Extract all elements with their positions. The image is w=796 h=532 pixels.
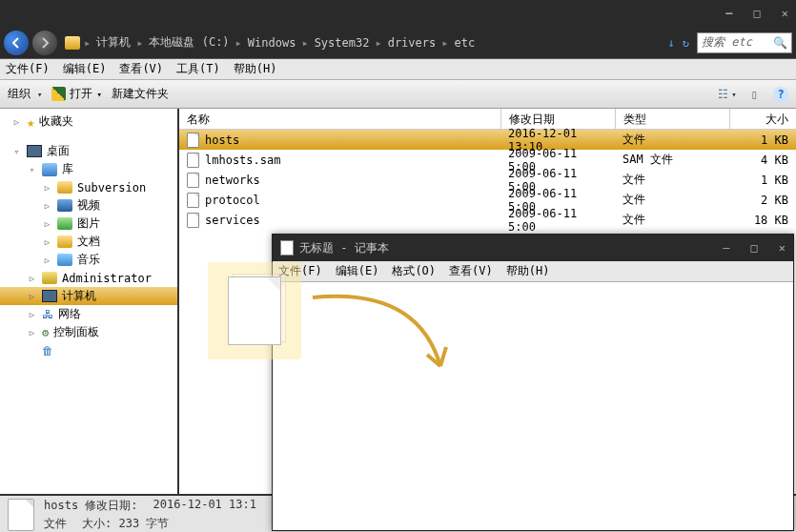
notepad-icon	[280, 240, 294, 256]
file-icon	[187, 173, 199, 188]
file-row-services[interactable]: services 2009-06-11 5:00 文件 18 KB	[179, 210, 796, 230]
chevron-right-icon[interactable]: ▸	[439, 36, 450, 50]
notepad-menubar: 文件(F) 编辑(E) 格式(O) 查看(V) 帮助(H)	[273, 261, 793, 282]
sidebar-item-subversion[interactable]: ▷Subversion	[0, 178, 177, 196]
refresh-icon[interactable]: ↓	[668, 36, 675, 50]
file-size: 4 KB	[729, 152, 796, 169]
crumb-system32[interactable]: System32	[313, 36, 372, 50]
file-row-networks[interactable]: networks 2009-06-11 5:00 文件 1 KB	[179, 170, 796, 190]
view-options-icon[interactable]: ☷	[720, 87, 735, 102]
crumb-etc[interactable]: etc	[452, 36, 477, 50]
collapse-icon[interactable]: ▿	[11, 147, 22, 156]
back-button[interactable]	[4, 31, 29, 55]
shield-icon	[51, 87, 66, 101]
notepad-text-area[interactable]	[273, 282, 793, 530]
crumb-c-drive[interactable]: 本地磁盘 (C:)	[147, 34, 231, 51]
minimize-button[interactable]: —	[725, 7, 732, 20]
forward-button[interactable]	[32, 31, 57, 55]
star-icon: ★	[27, 114, 34, 130]
help-icon[interactable]: ?	[773, 87, 788, 102]
menu-view[interactable]: 查看(V)	[119, 61, 163, 77]
sidebar-item-favorites[interactable]: ▷ ★ 收藏夹	[0, 113, 177, 131]
file-type: SAM 文件	[615, 150, 729, 170]
file-type: 文件	[615, 170, 729, 190]
notepad-menu-edit[interactable]: 编辑(E)	[336, 263, 379, 279]
status-value: 2016-12-01 13:1	[153, 498, 256, 514]
sidebar-label: Subversion	[77, 181, 146, 194]
file-row-hosts[interactable]: hosts 2016-12-01 13:10 文件 1 KB	[179, 130, 796, 150]
notepad-menu-help[interactable]: 帮助(H)	[506, 263, 550, 279]
file-row-protocol[interactable]: protocol 2009-06-11 5:00 文件 2 KB	[179, 190, 796, 210]
search-placeholder: 搜索 etc	[702, 34, 752, 51]
menu-bar: 文件(F) 编辑(E) 查看(V) 工具(T) 帮助(H)	[0, 59, 796, 80]
sidebar-item-recycle[interactable]: 🗑	[0, 341, 177, 359]
menu-file[interactable]: 文件(F)	[6, 61, 50, 77]
organize-button[interactable]: 组织	[8, 86, 42, 102]
sidebar-item-network[interactable]: ▷🖧网络	[0, 305, 177, 323]
crumb-computer[interactable]: 计算机	[94, 34, 133, 51]
sidebar-item-computer[interactable]: ▷计算机	[0, 287, 177, 305]
sidebar-item-music[interactable]: ▷音乐	[0, 251, 177, 269]
sidebar-item-desktop[interactable]: ▿ 桌面	[0, 142, 177, 160]
close-button[interactable]: ✕	[779, 241, 786, 255]
column-size[interactable]: 大小	[729, 109, 796, 129]
file-icon	[187, 213, 199, 228]
sidebar-item-libraries[interactable]: ▿ 库	[0, 160, 177, 178]
breadcrumb[interactable]: ▸ 计算机 ▸ 本地磁盘 (C:) ▸ Windows ▸ System32 ▸…	[61, 32, 664, 53]
file-name: networks	[205, 174, 260, 187]
folder-icon	[65, 36, 80, 50]
search-icon[interactable]: 🔍	[773, 36, 787, 50]
sidebar-item-videos[interactable]: ▷视频	[0, 196, 177, 215]
expand-icon[interactable]: ▷	[11, 117, 22, 127]
minimize-button[interactable]: —	[723, 241, 729, 255]
file-size: 2 KB	[729, 192, 796, 209]
file-name: services	[205, 214, 260, 227]
column-headers[interactable]: 名称 修改日期 类型 大小	[179, 109, 796, 130]
chevron-right-icon[interactable]: ▸	[134, 36, 145, 50]
close-button[interactable]: ✕	[782, 7, 788, 20]
sidebar-item-control-panel[interactable]: ▷⚙控制面板	[0, 323, 177, 341]
sidebar-label: Administrator	[62, 272, 152, 285]
new-folder-button[interactable]: 新建文件夹	[112, 86, 169, 102]
file-row-lmhosts[interactable]: lmhosts.sam 2009-06-11 5:00 SAM 文件 4 KB	[179, 150, 796, 170]
menu-tools[interactable]: 工具(T)	[176, 61, 220, 77]
notepad-title: 无标题 - 记事本	[299, 240, 389, 256]
status-label: 文件	[44, 516, 67, 532]
notepad-menu-view[interactable]: 查看(V)	[449, 263, 493, 279]
sidebar-item-documents[interactable]: ▷文档	[0, 233, 177, 251]
column-type[interactable]: 类型	[615, 109, 729, 129]
menu-edit[interactable]: 编辑(E)	[63, 61, 107, 77]
menu-help[interactable]: 帮助(H)	[234, 61, 277, 77]
notepad-menu-format[interactable]: 格式(O)	[392, 263, 436, 279]
file-icon	[187, 153, 199, 168]
sidebar-label: 桌面	[47, 143, 70, 159]
maximize-button[interactable]: □	[754, 7, 761, 20]
chevron-right-icon[interactable]: ▸	[82, 36, 92, 50]
file-name: lmhosts.sam	[205, 153, 280, 167]
library-icon	[42, 163, 57, 176]
refresh-icon[interactable]: ↻	[683, 36, 689, 50]
maximize-button[interactable]: □	[751, 241, 758, 255]
notepad-titlebar[interactable]: 无标题 - 记事本 — □ ✕	[273, 235, 793, 261]
file-size: 18 KB	[729, 212, 796, 229]
notepad-window[interactable]: 无标题 - 记事本 — □ ✕ 文件(F) 编辑(E) 格式(O) 查看(V) …	[272, 234, 794, 531]
preview-pane-icon[interactable]: ▯	[746, 87, 762, 102]
recycle-icon: 🗑	[42, 344, 53, 358]
drag-ghost-icon	[208, 262, 301, 359]
sidebar-tree[interactable]: ▷ ★ 收藏夹 ▿ 桌面 ▿ 库 ▷Subversion ▷视频 ▷图片 ▷文档…	[0, 109, 179, 494]
chevron-right-icon[interactable]: ▸	[373, 36, 383, 50]
collapse-icon[interactable]: ▿	[27, 165, 37, 174]
chevron-right-icon[interactable]: ▸	[299, 36, 310, 50]
chevron-right-icon[interactable]: ▸	[234, 36, 244, 50]
sidebar-label: 网络	[58, 306, 81, 322]
column-name[interactable]: 名称	[179, 109, 500, 129]
document-icon	[57, 235, 72, 248]
sidebar-item-administrator[interactable]: ▷Administrator	[0, 269, 177, 287]
search-input[interactable]: 搜索 etc 🔍	[697, 32, 792, 53]
open-button[interactable]: 打开 ▾	[51, 86, 101, 102]
crumb-windows[interactable]: Windows	[246, 36, 298, 50]
open-label: 打开	[70, 86, 92, 102]
sidebar-item-pictures[interactable]: ▷图片	[0, 215, 177, 233]
crumb-drivers[interactable]: drivers	[386, 36, 439, 50]
file-type: 文件	[615, 190, 729, 210]
